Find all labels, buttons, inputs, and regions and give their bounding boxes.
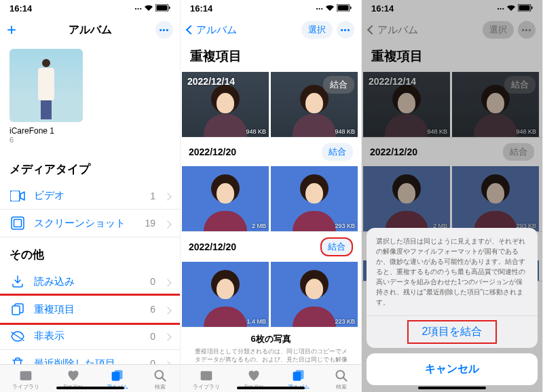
group-date: 2022/12/14 (369, 76, 416, 94)
row-count: 19 (145, 218, 155, 229)
wifi-icon (506, 3, 516, 14)
row-label: 読み込み (34, 275, 142, 288)
tab-search[interactable]: 検索 (334, 369, 349, 391)
duplicate-group: 2022/12/20 結合 1.4 MB 223 KB (181, 232, 361, 328)
back-button[interactable]: アルバム (187, 24, 237, 37)
row-duplicates[interactable]: 重複項目 6 (0, 294, 181, 325)
merge-button[interactable]: 結合 (322, 143, 353, 161)
svg-rect-20 (531, 6, 533, 9)
page-title: 重複項目 (362, 43, 542, 72)
svg-rect-2 (169, 6, 170, 9)
duplicate-image[interactable]: 223 KB (271, 262, 358, 327)
row-label: スクリーンショット (34, 217, 136, 230)
row-count: 0 (150, 331, 155, 342)
row-label: 非表示 (34, 330, 142, 342)
time: 16:14 (10, 3, 32, 14)
merge-items-button[interactable]: 2項目を結合 (367, 316, 538, 348)
svg-rect-5 (14, 220, 22, 227)
album-thumbnail[interactable] (10, 49, 83, 122)
svg-rect-12 (338, 5, 349, 10)
page-title: 重複項目 (181, 43, 361, 72)
tab-library[interactable]: ライブラリ (193, 369, 220, 391)
merge-button[interactable]: 結合 (320, 237, 353, 256)
chevron-right-icon (165, 276, 170, 288)
row-videos[interactable]: ビデオ 1 (0, 182, 180, 210)
merge-button: 結合 (504, 76, 536, 94)
duplicate-image: 2 MB (363, 166, 450, 231)
duplicate-image[interactable]: 293 KB (271, 166, 358, 231)
battery-icon (518, 3, 533, 14)
svg-rect-4 (12, 217, 24, 229)
status-bar: 16:14 ··· (362, 0, 542, 16)
tab-search[interactable]: 検索 (153, 369, 168, 391)
merge-button: 結合 (503, 143, 534, 161)
home-indicator[interactable] (237, 387, 305, 389)
nav-bar: アルバム 選択 ••• (362, 16, 542, 43)
duplicate-group: 2022/12/14 結合 948 KB 948 KB (362, 72, 542, 138)
row-count: 6 (150, 304, 155, 315)
signal-icon: ··· (497, 3, 504, 14)
back-button: アルバム (369, 24, 418, 37)
svg-rect-9 (115, 370, 123, 379)
more-button[interactable]: ••• (337, 21, 354, 39)
nav-bar: アルバム 選択 ••• (181, 16, 361, 43)
hidden-icon (10, 331, 26, 342)
select-button[interactable]: 選択 (301, 21, 333, 39)
battery-icon (337, 3, 352, 14)
row-count: 0 (150, 276, 155, 287)
row-hidden[interactable]: 非表示 0 (0, 323, 180, 350)
row-label: ビデオ (34, 189, 142, 202)
signal-icon: ··· (134, 3, 142, 14)
group-date: 2022/12/20 (189, 146, 236, 157)
duplicates-icon (10, 302, 26, 316)
duplicate-group: 2022/12/20 結合 2 MB 293 KB (362, 138, 542, 232)
svg-rect-6 (12, 306, 20, 315)
row-label: 重複項目 (34, 303, 142, 316)
svg-rect-14 (201, 371, 212, 380)
merge-button[interactable]: 結合 (323, 76, 354, 94)
chevron-right-icon (165, 218, 170, 229)
chevron-right-icon (165, 304, 170, 315)
add-button[interactable]: + (7, 20, 16, 39)
cancel-button[interactable]: キャンセル (367, 353, 538, 385)
wifi-icon (325, 3, 335, 14)
svg-rect-16 (296, 370, 304, 379)
svg-rect-7 (20, 371, 32, 380)
wifi-icon (144, 3, 153, 14)
more-button: ••• (518, 21, 536, 39)
duplicate-image[interactable]: 2 MB (182, 166, 269, 231)
home-indicator[interactable] (418, 387, 486, 389)
album-name: iCareFone 1 (0, 125, 180, 136)
time: 16:14 (190, 3, 212, 14)
chevron-right-icon (165, 190, 170, 201)
screenshot-icon (10, 216, 26, 230)
battery-icon (155, 3, 170, 14)
row-imports[interactable]: 読み込み 0 (0, 268, 180, 296)
duplicate-group: 2022/12/20 結合 2 MB 293 KB (181, 138, 361, 232)
duplicate-image: 293 KB (452, 166, 539, 231)
video-icon (10, 191, 26, 201)
more-button[interactable]: ••• (155, 21, 173, 39)
section-other: その他 (0, 237, 180, 268)
group-date: 2022/12/20 (370, 146, 417, 157)
nav-bar: + アルバム ••• (0, 16, 180, 43)
duplicate-image[interactable]: 1.4 MB (182, 262, 269, 327)
status-bar: 16:14 ··· (181, 0, 361, 16)
tab-library[interactable]: ライブラリ (12, 369, 39, 391)
home-indicator[interactable] (56, 387, 124, 389)
sheet-message: 選択した項目は同じように見えますが、それぞれの解像度やファイルフォーマットが固有… (367, 228, 538, 316)
duplicate-group: 2022/12/14 結合 948 KB 948 KB (181, 72, 361, 138)
group-date: 2022/12/20 (189, 241, 236, 252)
row-screenshots[interactable]: スクリーンショット 19 (0, 210, 180, 237)
row-count: 1 (150, 191, 155, 201)
svg-rect-13 (350, 6, 352, 9)
time: 16:14 (371, 3, 394, 14)
section-media-types: メディアタイプ (0, 152, 180, 182)
select-button: 選択 (483, 21, 514, 39)
signal-icon: ··· (316, 3, 323, 14)
photo-count: 6枚の写真 (193, 333, 349, 345)
svg-rect-3 (10, 191, 20, 201)
album-count: 6 (0, 136, 180, 152)
svg-rect-1 (157, 5, 168, 10)
svg-rect-19 (519, 5, 530, 10)
